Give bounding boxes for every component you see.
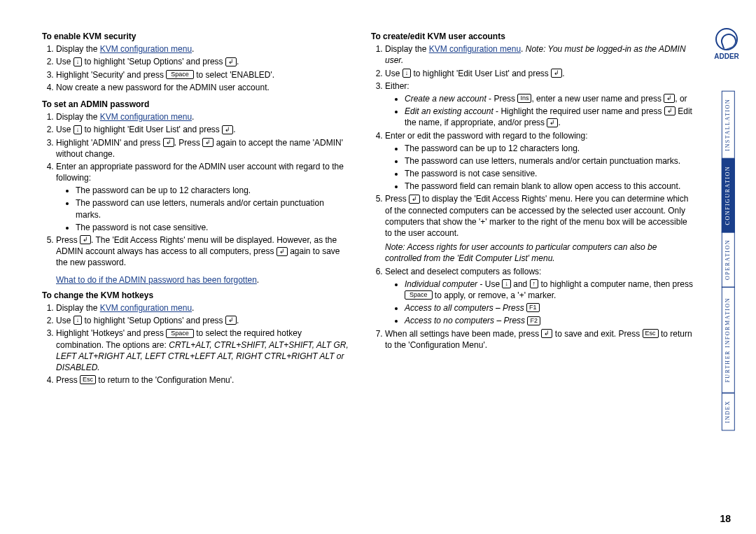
text: to highlight 'Edit User List' and press [82,125,222,134]
enter-key-icon: ↲ [551,69,562,78]
create-account-label: Create a new account [405,94,486,104]
down-key-icon: ↓ [74,57,83,66]
text: - Highlight the required user name and p… [493,106,664,116]
text: to save and exit. Press [552,329,642,339]
access-all-label: Access to all computers [405,303,493,313]
down-key-icon: ↓ [402,69,412,78]
individual-computer-label: Individual computer [405,279,477,289]
right-column: To create/edit KVM user accounts Display… [371,28,700,391]
list-item: The password field can remain blank to a… [405,181,693,192]
text: . [558,118,560,127]
list-item: The password can use letters, numerals a… [76,197,350,220]
list-item: The password is not case sensitive. [405,168,693,179]
list-item: Display the KVM configuration menu. Note… [385,43,693,66]
heading-create-edit-users: To create/edit KVM user accounts [371,31,693,42]
list-item: Display the KVM configuration menu. [56,111,350,122]
list-item: Press Esc to return to the 'Configuratio… [56,374,350,386]
list-item: Access to no computers – Press F2 [405,315,693,326]
heading-change-hotkeys: To change the KVM hotkeys [42,290,350,301]
link-kvm-config[interactable]: KVM configuration menu [429,44,521,54]
enter-key-icon: ↲ [222,125,233,134]
enter-key-icon: ↲ [225,57,237,66]
text: to display the 'Edit Access Rights' menu… [385,194,688,238]
text: to return to the 'Configuration Menu'. [96,375,234,385]
text: Display the [56,303,100,313]
list-item: Enter or edit the password with regard t… [385,130,693,192]
tab-index[interactable]: INDEX [722,393,735,430]
list-change-hotkeys: Display the KVM configuration menu. Use … [42,302,350,386]
text: and [511,279,530,289]
left-column: To enable KVM security Display the KVM c… [42,28,371,391]
text: to highlight a computer name, then press [538,279,693,289]
text: Enter an appropriate password for the AD… [56,162,344,183]
esc-key-icon: Esc [643,329,659,338]
bullet-list: Individual computer - Use ↓ and ↑ to hig… [385,279,693,327]
space-key-icon: Space [166,70,194,79]
heading-admin-password: To set an ADMIN password [42,99,350,110]
list-item: Display the KVM configuration menu. [56,43,350,55]
list-item: Select and deselect computers as follows… [385,266,693,327]
text: . [521,44,526,54]
space-key-icon: Space [405,290,433,300]
text: . [237,316,239,325]
tab-configuration[interactable]: CONFIGURATION [722,158,735,232]
adder-logo: ADDER [713,28,741,63]
up-key-icon: ↑ [530,279,539,288]
f1-key-icon: F1 [526,303,540,312]
list-item: Individual computer - Use ↓ and ↑ to hig… [405,279,693,301]
bullet-list: Create a new account - Press Ins, enter … [385,93,693,129]
down-key-icon: ↓ [74,125,83,134]
link-kvm-config[interactable]: KVM configuration menu [100,303,192,313]
list-item: Access to all computers – Press F1 [405,302,693,314]
list-item: Use ↓ to highlight 'Setup Options' and p… [56,56,350,67]
forgotten-link-row: What to do if the ADMIN password has bee… [56,274,350,286]
text: Either: [385,81,410,91]
link-forgotten-password[interactable]: What to do if the ADMIN password has bee… [56,275,257,285]
ins-key-icon: Ins [517,94,531,103]
text: Highlight 'ADMIN' and press [56,138,163,148]
bullet-list: The password can be up to 12 characters … [385,143,693,192]
list-item: Display the KVM configuration menu. [56,302,350,314]
list-item: The password can be up to 12 characters … [76,185,350,196]
note-access-rights: Note: Access rights for user accounts to… [385,241,693,264]
enter-key-icon: ↲ [80,235,91,244]
enter-key-icon: ↲ [409,195,420,204]
text: to highlight 'Setup Options' and press [82,316,225,325]
list-item: Use ↓ to highlight 'Edit User List' and … [385,68,693,79]
heading-enable-security: To enable KVM security [42,31,350,42]
text: to apply, or remove, a '+' marker. [433,290,556,300]
list-item: Use ↓ to highlight 'Setup Options' and p… [56,315,350,326]
page-number: 18 [720,512,731,526]
list-item: Highlight 'Hotkeys' and press Space to s… [56,328,350,373]
text: Use [385,69,402,78]
link-kvm-config[interactable]: KVM configuration menu [100,44,192,54]
tab-further-information[interactable]: FURTHER INFORMATION [722,287,735,393]
enter-key-icon: ↲ [276,247,288,256]
text: - Use [477,279,502,289]
link-kvm-config[interactable]: KVM configuration menu [100,112,192,122]
list-item: The password can use letters, numerals a… [405,155,693,167]
tab-installation[interactable]: INSTALLATION [722,91,735,159]
tab-operation[interactable]: OPERATION [722,232,735,288]
text: . [192,303,194,313]
text: When all settings have been made, press [385,329,541,339]
list-item: The password is not case sensitive. [76,222,350,233]
access-none-label: Access to no computers [405,316,494,325]
text: Display the [56,112,100,122]
text: Use [56,125,74,134]
list-item: Press ↲ to display the 'Edit Access Righ… [385,193,693,264]
snake-icon [715,28,738,50]
text: Use [56,316,74,325]
text: . [192,112,194,122]
text: Press [385,194,409,204]
text: - Press [486,94,518,104]
list-item: Either: Create a new account - Press Ins… [385,80,693,129]
list-item: Highlight 'Security' and press Space to … [56,69,350,80]
list-item: The password can be up to 12 characters … [405,143,693,154]
enter-key-icon: ↲ [163,138,174,147]
list-item: When all settings have been made, press … [385,328,693,351]
text: Press [56,235,80,245]
down-key-icon: ↓ [74,316,83,325]
text: Display the [56,44,100,54]
enter-key-icon: ↲ [202,138,214,147]
